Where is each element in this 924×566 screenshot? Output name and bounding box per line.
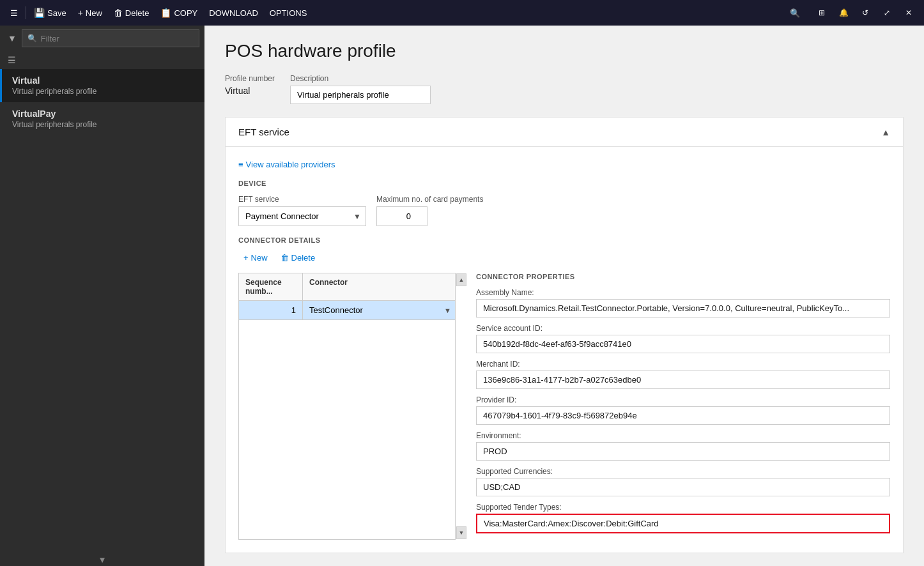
assembly-name-label: Assembly Name: — [476, 288, 890, 297]
copy-button[interactable]: 📋 COPY — [155, 3, 203, 23]
eft-service-select-wrap: Payment Connector ▼ — [238, 206, 366, 226]
profile-number-value: Virtual — [225, 86, 275, 96]
profile-number-group: Profile number Virtual — [225, 74, 275, 104]
sidebar-filter-toggle[interactable]: ▼ — [5, 32, 19, 45]
connector-column-header: Connector — [303, 273, 455, 300]
supported-tender-label: Supported Tender Types: — [476, 503, 890, 512]
eft-section-body: ≡ View available providers DEVICE EFT se… — [226, 147, 903, 553]
sidebar-list: Virtual Virtual peripherals profile Virt… — [0, 69, 204, 553]
sidebar-menu-icon[interactable]: ☰ — [5, 54, 19, 66]
connectors-table: Sequence numb... Connector 1 TestConnect… — [238, 273, 456, 540]
view-providers-label: View available providers — [246, 160, 335, 169]
connectors-layout: Sequence numb... Connector 1 TestConnect… — [238, 273, 890, 540]
delete-button[interactable]: 🗑 Delete — [109, 3, 155, 23]
bell-icon-button[interactable]: 🔔 — [833, 3, 854, 23]
save-icon: 💾 — [34, 8, 45, 18]
save-button[interactable]: 💾 Save — [29, 3, 72, 23]
sidebar-item-virtualpay[interactable]: VirtualPay Virtual peripherals profile — [0, 102, 204, 135]
description-label: Description — [290, 74, 431, 83]
connector-delete-button[interactable]: 🗑 Delete — [275, 250, 321, 265]
service-account-input[interactable] — [476, 335, 890, 353]
max-card-label: Maximum no. of card payments — [376, 195, 483, 204]
eft-section-header: EFT service ▲ — [226, 118, 903, 147]
connector-select[interactable]: TestConnector — [303, 301, 455, 319]
refresh-icon-button[interactable]: ↺ — [855, 3, 875, 23]
supported-currencies-input[interactable] — [476, 478, 890, 496]
toolbar: ☰ 💾 Save + New 🗑 Delete 📋 COPY DOWNLOAD … — [0, 0, 924, 26]
close-button[interactable]: ✕ — [898, 3, 919, 23]
eft-service-label: EFT service — [238, 195, 366, 204]
page-title: POS hardware profile — [225, 41, 904, 61]
expand-icon-button[interactable]: ⤢ — [877, 3, 897, 23]
table-row[interactable]: 1 TestConnector ▼ — [239, 301, 455, 320]
connectors-table-header: Sequence numb... Connector — [239, 273, 455, 301]
table-scroll-down[interactable]: ▼ — [456, 526, 466, 539]
delete-icon: 🗑 — [114, 8, 123, 18]
connector-new-label: New — [251, 253, 268, 263]
supported-currencies-label: Supported Currencies: — [476, 467, 890, 476]
sidebar-item-virtual[interactable]: Virtual Virtual peripherals profile — [0, 69, 204, 102]
options-button[interactable]: OPTIONS — [265, 3, 312, 23]
options-label: OPTIONS — [270, 8, 307, 18]
description-input[interactable] — [290, 86, 431, 104]
merchant-id-row: Merchant ID: — [476, 360, 890, 389]
main-layout: ▼ 🔍 ☰ Virtual Virtual peripherals profil… — [0, 26, 924, 566]
merchant-id-input[interactable] — [476, 371, 890, 389]
provider-id-input[interactable] — [476, 406, 890, 425]
device-row: EFT service Payment Connector ▼ Maximum … — [238, 195, 890, 226]
supported-tender-row: Supported Tender Types: — [476, 503, 890, 533]
max-card-group: Maximum no. of card payments — [376, 195, 483, 226]
sidebar-item-virtualpay-name: VirtualPay — [12, 109, 194, 119]
supported-tender-input[interactable] — [476, 514, 890, 533]
connector-new-plus-icon: + — [243, 253, 249, 263]
eft-section-title: EFT service — [238, 126, 289, 137]
copy-label: COPY — [174, 8, 197, 18]
sidebar-item-virtual-sub: Virtual peripherals profile — [12, 87, 194, 96]
connector-properties-panel: CONNECTOR PROPERTIES Assembly Name: Micr… — [456, 273, 890, 540]
table-scroll-buttons: ▲ ▼ — [456, 273, 466, 539]
list-icon: ≡ — [238, 160, 243, 169]
connector-properties-title: CONNECTOR PROPERTIES — [476, 273, 890, 280]
windows-icon-button[interactable]: ⊞ — [812, 3, 832, 23]
search-button[interactable]: 🔍 — [785, 3, 805, 23]
seq-cell: 1 — [239, 301, 303, 319]
max-card-input[interactable] — [376, 206, 427, 226]
filter-input[interactable] — [41, 34, 194, 43]
table-scroll-up[interactable]: ▲ — [456, 273, 466, 286]
eft-section-card: EFT service ▲ ≡ View available providers… — [225, 117, 904, 553]
new-button[interactable]: + New — [73, 3, 107, 23]
connector-action-bar: + New 🗑 Delete — [238, 250, 890, 265]
window-controls: ⊞ 🔔 ↺ ⤢ ✕ — [812, 3, 919, 23]
service-account-row: Service account ID: — [476, 324, 890, 353]
connector-cell: TestConnector ▼ — [303, 301, 455, 319]
seq-column-header: Sequence numb... — [239, 273, 303, 300]
eft-service-select[interactable]: Payment Connector — [238, 206, 366, 226]
download-button[interactable]: DOWNLOAD — [204, 3, 263, 23]
merchant-id-label: Merchant ID: — [476, 360, 890, 369]
connector-delete-label: Delete — [291, 253, 316, 263]
sidebar-item-virtualpay-sub: Virtual peripherals profile — [12, 120, 194, 129]
search-icon: 🔍 — [27, 34, 37, 43]
sidebar-action-icons: ☰ — [0, 51, 204, 69]
copy-icon: 📋 — [160, 8, 171, 18]
filter-input-wrap: 🔍 — [22, 29, 199, 47]
assembly-name-row: Assembly Name: Microsoft.Dynamics.Retail… — [476, 288, 890, 317]
provider-id-row: Provider ID: — [476, 395, 890, 425]
eft-section-collapse-btn[interactable]: ▲ — [881, 127, 890, 137]
connector-new-button[interactable]: + New — [238, 250, 273, 265]
supported-currencies-row: Supported Currencies: — [476, 467, 890, 496]
save-label: Save — [47, 8, 66, 18]
connector-delete-icon: 🗑 — [281, 253, 289, 263]
connector-details-label: CONNECTOR DETAILS — [238, 236, 890, 244]
sidebar-filter-bar: ▼ 🔍 — [0, 26, 204, 51]
assembly-name-value: Microsoft.Dynamics.Retail.TestConnector.… — [476, 299, 890, 317]
delete-label: Delete — [125, 8, 150, 18]
sidebar-scroll-down[interactable]: ▼ — [0, 553, 204, 566]
device-label: DEVICE — [238, 180, 890, 187]
hamburger-button[interactable]: ☰ — [5, 3, 23, 23]
new-label: New — [86, 8, 102, 18]
environment-input[interactable] — [476, 442, 890, 461]
profile-number-label: Profile number — [225, 74, 275, 83]
environment-label: Environment: — [476, 431, 890, 440]
view-providers-button[interactable]: ≡ View available providers — [238, 160, 335, 169]
